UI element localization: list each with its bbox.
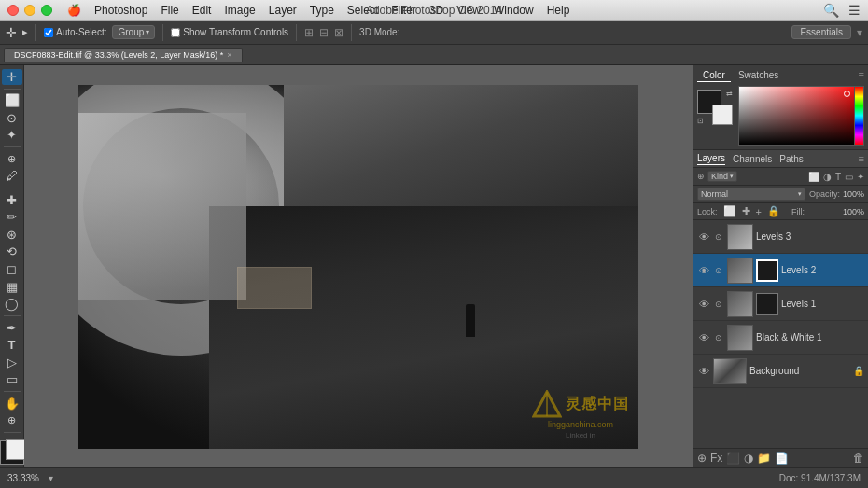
layers-panel-collapse[interactable]: ≡ (859, 153, 864, 164)
new-layer-icon[interactable]: 📄 (775, 452, 789, 465)
layer-visibility-toggle[interactable]: 👁 (697, 265, 710, 276)
layer-item[interactable]: 👁 ⊙ Levels 2 (693, 254, 868, 287)
clone-tool[interactable]: ⊛ (2, 227, 22, 243)
new-group-icon[interactable]: 📁 (757, 452, 771, 465)
swap-colors-icon[interactable]: ⇄ (726, 90, 733, 98)
opacity-control[interactable]: Opacity: 100% (809, 189, 864, 199)
delete-layer-icon[interactable]: 🗑 (853, 452, 864, 465)
layer-link-icon[interactable]: ⊙ (713, 333, 724, 342)
menu-icon[interactable]: ☰ (848, 3, 861, 18)
tab-layers[interactable]: Layers (697, 152, 725, 165)
new-adjustment-icon[interactable]: ◑ (744, 452, 753, 465)
layer-item[interactable]: 👁 Background 🔒 (693, 355, 868, 388)
color-saturation-gradient[interactable] (738, 86, 864, 146)
color-picker-area[interactable] (738, 86, 864, 146)
quick-select-tool[interactable]: ✦ (2, 128, 22, 144)
layer-item[interactable]: 👁 ⊙ Black & White 1 (693, 321, 868, 355)
layer-link-icon[interactable]: ⊙ (713, 266, 724, 275)
menu-edit[interactable]: Edit (192, 4, 212, 17)
panel-collapse-icon[interactable]: ≡ (859, 69, 864, 82)
align-right-icon[interactable]: ⊠ (334, 26, 343, 39)
healing-tool[interactable]: ✚ (2, 192, 22, 208)
tab-swatches[interactable]: Swatches (733, 69, 784, 82)
blend-mode-dropdown[interactable]: Normal ▾ (697, 188, 805, 201)
zoom-tool[interactable]: ⊕ (2, 412, 22, 428)
apple-menu[interactable]: 🍎 (67, 4, 81, 17)
menu-image[interactable]: Image (224, 4, 255, 17)
layer-visibility-toggle[interactable]: 👁 (697, 299, 710, 310)
eraser-tool[interactable]: ◻ (2, 261, 22, 277)
maximize-button[interactable] (41, 5, 52, 16)
brush-tool[interactable]: ✏ (2, 209, 22, 225)
menu-layer[interactable]: Layer (269, 4, 297, 17)
tool-separator-6 (4, 432, 21, 433)
add-link-icon[interactable]: ⊕ (697, 452, 707, 465)
path-select-tool[interactable]: ▷ (2, 355, 22, 370)
hand-tool[interactable]: ✋ (2, 396, 22, 411)
auto-select-option[interactable]: Auto-Select: (44, 27, 106, 37)
minimize-button[interactable] (24, 5, 35, 16)
lock-pixels-icon[interactable]: ⬜ (723, 205, 736, 217)
layer-item[interactable]: 👁 ⊙ Levels 3 (693, 220, 868, 254)
search-icon[interactable]: 🔍 (823, 3, 839, 18)
layer-effects-icon[interactable]: Fx (710, 452, 722, 465)
type-filter-icon[interactable]: T (835, 172, 841, 182)
align-left-icon[interactable]: ⊞ (304, 26, 314, 39)
text-tool[interactable]: T (2, 337, 22, 353)
status-arrow-icon[interactable]: ▾ (49, 473, 53, 483)
menu-help[interactable]: Help (547, 4, 570, 17)
document-tab[interactable]: DSCF0883-Edit.tif @ 33.3% (Levels 2, Lay… (4, 48, 243, 62)
bg-color-swatch[interactable] (712, 105, 733, 125)
menu-file[interactable]: File (161, 4, 178, 17)
add-mask-icon[interactable]: ⬛ (726, 452, 740, 465)
fg-bg-color-selector[interactable]: ⇄ ⊡ (697, 90, 733, 125)
tab-color[interactable]: Color (697, 69, 731, 82)
show-transform-checkbox[interactable] (171, 28, 180, 37)
title-bar-icons: 🔍 ☰ (823, 3, 861, 18)
layer-visibility-toggle[interactable]: 👁 (697, 231, 710, 243)
essentials-button[interactable]: Essentials (791, 25, 851, 39)
lock-position-icon[interactable]: ✚ (742, 205, 750, 217)
pen-tool[interactable]: ✒ (2, 320, 22, 336)
background-color[interactable] (6, 439, 26, 460)
tab-paths[interactable]: Paths (779, 153, 804, 165)
layer-visibility-toggle[interactable]: 👁 (697, 366, 710, 377)
lock-all-icon[interactable]: 🔒 (767, 205, 780, 217)
canvas-area[interactable]: 灵感中国 lingganchina.com Linked in (24, 65, 693, 467)
history-tool[interactable]: ⟲ (2, 244, 22, 260)
window-controls[interactable] (7, 5, 52, 16)
reset-colors-icon[interactable]: ⊡ (697, 117, 704, 125)
layer-visibility-toggle[interactable]: 👁 (697, 332, 710, 343)
hue-slider[interactable] (854, 86, 864, 146)
pixel-filter-icon[interactable]: ⬜ (808, 172, 819, 182)
auto-select-checkbox[interactable] (44, 28, 53, 37)
gradient-tool[interactable]: ▦ (2, 279, 22, 295)
shape-filter-icon[interactable]: ▭ (845, 172, 853, 182)
foreground-background-colors[interactable] (0, 440, 26, 460)
layer-link-icon[interactable]: ⊙ (713, 232, 724, 242)
menu-type[interactable]: Type (310, 4, 334, 17)
align-center-icon[interactable]: ⊟ (319, 26, 329, 39)
dodge-tool[interactable]: ◯ (2, 296, 22, 312)
close-button[interactable] (7, 5, 19, 16)
tool-arrow-icon[interactable]: ▸ (22, 26, 28, 38)
adjustment-filter-icon[interactable]: ◑ (823, 172, 832, 182)
tab-close-button[interactable]: × (227, 50, 231, 60)
tab-channels[interactable]: Channels (733, 153, 772, 165)
eyedropper-tool[interactable]: 🖊 (2, 168, 22, 184)
expand-icon[interactable]: ▾ (857, 26, 862, 39)
lasso-tool[interactable]: ⊙ (2, 110, 22, 126)
layer-link-icon[interactable]: ⊙ (713, 300, 724, 309)
layer-lock-icon: 🔒 (853, 366, 864, 376)
lock-art-icon[interactable]: + (756, 206, 762, 217)
move-tool[interactable]: ✛ (2, 69, 22, 85)
kind-dropdown[interactable]: Kind ▾ (707, 171, 737, 182)
marquee-tool[interactable]: ⬜ (2, 92, 22, 108)
auto-select-dropdown[interactable]: Group ▾ (112, 25, 155, 39)
show-transform-option[interactable]: Show Transform Controls (171, 27, 288, 37)
layer-item[interactable]: 👁 ⊙ Levels 1 (693, 287, 868, 321)
move-tool-icon[interactable]: ✛ (6, 25, 17, 40)
shape-tool[interactable]: ▭ (2, 372, 22, 388)
crop-tool[interactable]: ⊕ (2, 151, 22, 167)
smart-filter-icon[interactable]: ✦ (857, 172, 864, 182)
